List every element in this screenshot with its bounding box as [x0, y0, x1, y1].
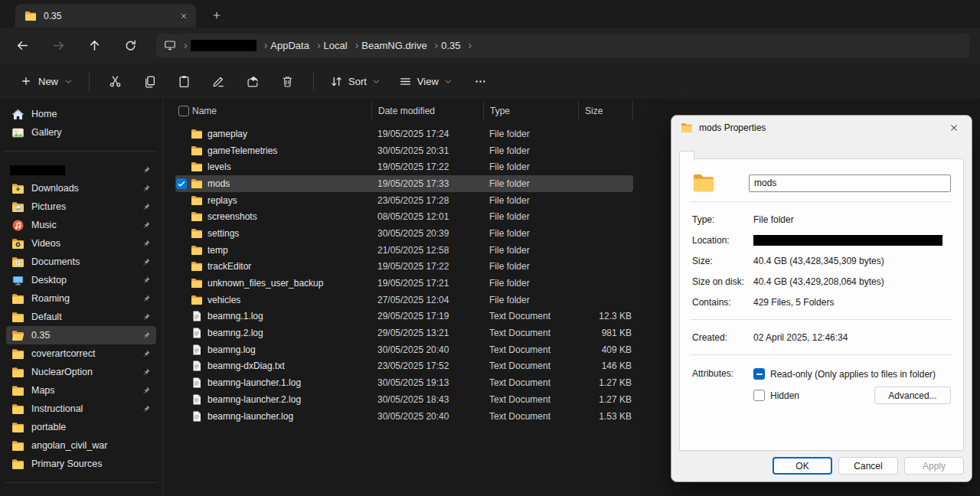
file-row[interactable]: levels 19/05/2025 17:22 File folder — [175, 158, 633, 175]
sidebar-item[interactable]: NuclearOption — [6, 363, 156, 381]
sidebar-item[interactable]: portable — [6, 418, 156, 436]
sidebar-item[interactable]: Documents — [6, 253, 156, 271]
up-arrow-icon — [88, 39, 101, 52]
dialog-tab[interactable] — [725, 151, 740, 158]
sidebar-item[interactable]: 0.35 — [6, 326, 156, 344]
breadcrumb-item[interactable] — [191, 38, 271, 53]
file-row[interactable]: mods 19/05/2025 17:33 File folder — [175, 175, 633, 192]
dialog-tab[interactable] — [679, 151, 694, 159]
sidebar-item[interactable]: Home — [6, 105, 156, 123]
file-icon — [191, 294, 207, 306]
sidebar-item[interactable] — [6, 161, 156, 179]
sidebar-item-label: Instructional — [31, 403, 83, 414]
cut-button[interactable] — [98, 68, 132, 94]
file-row[interactable]: unknown_files_user_backup 19/05/2025 17:… — [175, 275, 633, 292]
pin-icon — [142, 386, 151, 395]
column-header-type[interactable]: Type — [483, 100, 578, 121]
column-header-name[interactable]: Name — [191, 100, 371, 121]
row-checkbox[interactable] — [176, 178, 187, 189]
sidebar-item[interactable]: Music — [6, 216, 156, 234]
back-arrow-icon — [16, 39, 29, 52]
sidebar-item[interactable]: Primary Sources — [6, 455, 156, 473]
more-options-button[interactable] — [463, 68, 498, 94]
file-row[interactable]: beamng-launcher.log 30/05/2025 20:40 Tex… — [175, 408, 633, 425]
breadcrumb-item[interactable]: Local — [324, 38, 362, 53]
paste-button[interactable] — [167, 68, 201, 94]
sidebar-item[interactable]: coverartcorrect — [6, 344, 156, 363]
file-name: unknown_files_user_backup — [207, 278, 371, 289]
column-header-size[interactable]: Size — [578, 100, 633, 121]
detail-label: Type: — [692, 214, 753, 225]
file-row[interactable]: beamng.log 30/05/2025 20:40 Text Documen… — [175, 341, 633, 358]
file-row[interactable]: settings 30/05/2025 20:39 File folder — [175, 225, 633, 242]
advanced-button[interactable]: Advanced... — [874, 387, 951, 404]
dialog-tab[interactable] — [710, 151, 725, 158]
sidebar-item-icon — [11, 421, 24, 434]
breadcrumb-item[interactable]: AppData — [270, 38, 323, 53]
sidebar-item[interactable]: Gallery — [6, 123, 156, 142]
breadcrumb-item[interactable]: BeamNG.drive — [361, 38, 441, 53]
breadcrumb-item[interactable]: 0.35 — [441, 38, 475, 53]
up-button[interactable] — [81, 34, 107, 57]
new-button[interactable]: New — [12, 70, 80, 93]
dialog-titlebar: mods Properties — [671, 116, 972, 140]
sidebar-item[interactable]: Desktop — [6, 271, 156, 289]
forward-button[interactable] — [45, 34, 71, 57]
dialog-tab[interactable] — [740, 151, 756, 158]
sidebar-item[interactable]: Instructional — [6, 400, 156, 418]
file-row[interactable]: temp 21/05/2025 12:58 File folder — [175, 242, 633, 259]
sidebar-item[interactable]: Roaming — [6, 289, 156, 308]
back-button[interactable] — [9, 34, 35, 57]
sidebar-item-icon — [11, 201, 24, 214]
file-row[interactable]: vehicles 27/05/2025 12:04 File folder — [175, 292, 633, 308]
cancel-button[interactable]: Cancel — [838, 457, 898, 475]
file-icon — [191, 377, 207, 389]
hidden-checkbox[interactable] — [753, 390, 765, 401]
sidebar-item-icon — [11, 348, 24, 361]
dialog-tab[interactable] — [694, 151, 710, 158]
readonly-checkbox[interactable] — [753, 368, 765, 380]
this-pc-icon[interactable] — [164, 39, 191, 51]
tab-close-button[interactable] — [176, 8, 191, 24]
file-row[interactable]: screenshots 08/05/2025 12:01 File folder — [175, 208, 633, 225]
dialog-close-button[interactable] — [942, 119, 965, 137]
sidebar-item-icon — [11, 311, 24, 324]
file-row[interactable]: beamng.1.log 29/05/2025 17:19 Text Docum… — [175, 308, 633, 325]
sidebar-item[interactable]: Maps — [6, 381, 156, 400]
view-button[interactable]: View — [391, 70, 460, 93]
file-icon — [191, 360, 207, 372]
address-bar[interactable]: AppData Local BeamNG.drive 0.35 — [156, 34, 969, 57]
sidebar-item[interactable]: Pictures — [6, 197, 156, 216]
sidebar-item[interactable]: Videos — [6, 234, 156, 253]
file-row[interactable]: replays 23/05/2025 17:28 File folder — [175, 192, 633, 209]
file-row[interactable]: beamng-dxDiag.txt 23/05/2025 17:52 Text … — [175, 358, 633, 375]
delete-button[interactable] — [270, 68, 305, 94]
apply-button[interactable]: Apply — [904, 457, 964, 475]
sort-button[interactable]: Sort — [322, 70, 388, 93]
file-size: 409 KB — [578, 344, 633, 355]
folder-name-input[interactable] — [749, 175, 951, 192]
copy-button[interactable] — [132, 68, 167, 94]
sidebar-item[interactable]: Downloads — [6, 179, 156, 197]
share-button[interactable] — [236, 68, 270, 94]
file-row[interactable]: gameTelemetries 30/05/2025 20:31 File fo… — [175, 142, 633, 159]
refresh-button[interactable] — [117, 34, 143, 57]
file-name: settings — [207, 228, 371, 239]
sidebar-item-label: Pictures — [31, 201, 66, 212]
new-tab-button[interactable] — [207, 5, 227, 25]
column-header-date-modified[interactable]: Date modified — [371, 100, 483, 121]
explorer-tab[interactable]: 0.35 — [15, 4, 196, 28]
sidebar-item[interactable]: Default — [6, 308, 156, 326]
ok-button[interactable]: OK — [773, 457, 832, 475]
rename-button[interactable] — [201, 68, 236, 94]
file-row[interactable]: beamng-launcher.1.log 30/05/2025 19:13 T… — [175, 374, 633, 391]
sidebar-item[interactable]: angolan_civil_war — [6, 436, 156, 455]
select-all-checkbox-cell — [175, 100, 191, 121]
file-type: Text Document — [483, 411, 578, 422]
file-row[interactable]: gameplay 19/05/2025 17:24 File folder — [175, 126, 633, 142]
file-row[interactable]: beamng.2.log 29/05/2025 13:21 Text Docum… — [175, 325, 633, 341]
select-all-checkbox[interactable] — [178, 106, 189, 116]
file-row[interactable]: beamng-launcher.2.log 30/05/2025 18:43 T… — [175, 391, 633, 408]
file-name: beamng-launcher.1.log — [207, 377, 371, 388]
file-row[interactable]: trackEditor 19/05/2025 17:22 File folder — [175, 259, 633, 276]
